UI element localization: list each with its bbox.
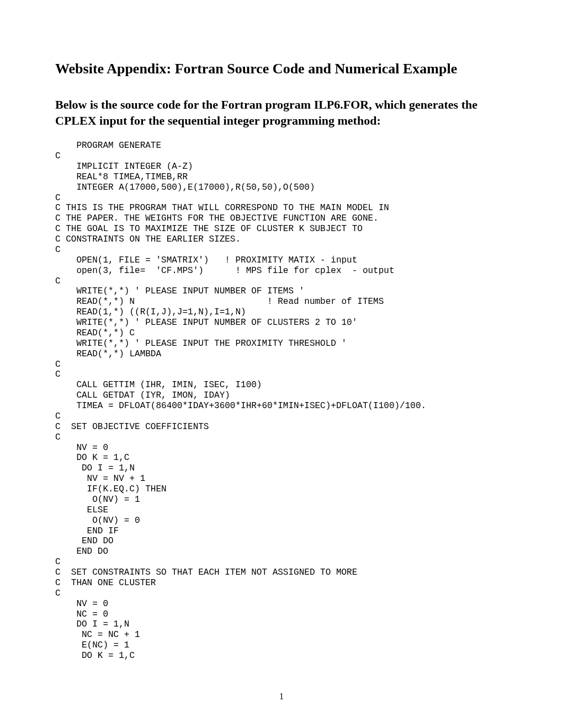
page-number: 1 [0, 692, 563, 702]
code-block: PROGRAM GENERATE C IMPLICIT INTEGER (A-Z… [55, 141, 508, 661]
page-subtitle: Below is the source code for the Fortran… [55, 97, 508, 129]
page-title: Website Appendix: Fortran Source Code an… [55, 61, 508, 77]
